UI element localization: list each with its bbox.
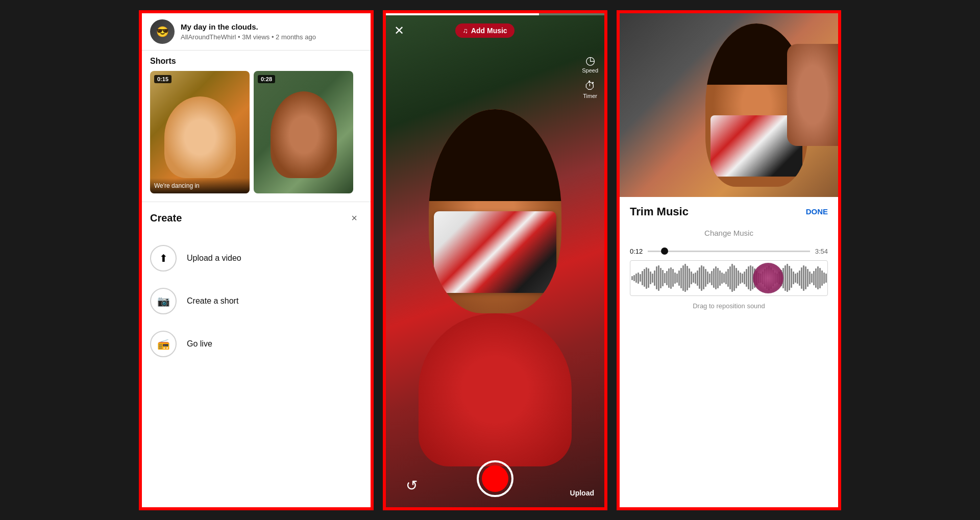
create-short-item[interactable]: 📷 Create a short <box>150 280 362 323</box>
waveform-bar <box>795 274 796 283</box>
waveform-bar <box>676 274 678 283</box>
waveform-bar <box>656 266 657 289</box>
flip-camera-button[interactable]: ↺ <box>400 475 423 497</box>
speed-control[interactable]: ◷ Speed <box>582 54 598 73</box>
gap-2 <box>610 0 617 520</box>
waveform-bar <box>793 271 794 284</box>
waveform-bar <box>721 273 723 284</box>
waveform-bar <box>748 266 749 289</box>
time-row: 0:12 3:54 <box>630 247 828 255</box>
waveform-bar <box>785 265 786 291</box>
waveform-bar <box>750 265 751 291</box>
waveform-bars <box>630 261 827 295</box>
waveform-bar <box>695 273 696 284</box>
avatar-image: 😎 <box>150 19 175 44</box>
live-icon: 📻 <box>150 331 177 357</box>
waveform-bar <box>693 274 694 283</box>
thumb-label-1: We're dancing in <box>150 178 250 193</box>
waveform-bar <box>648 268 649 288</box>
waveform-bar <box>813 271 815 285</box>
waveform-bar <box>658 265 659 291</box>
timer-control[interactable]: ⏱ Timer <box>582 80 598 99</box>
waveform-bar <box>819 268 821 288</box>
right-panel-content: Trim Music DONE Change Music 0:12 3:54 <box>620 13 838 507</box>
time-end: 3:54 <box>815 247 828 255</box>
waveform-bar <box>742 274 743 283</box>
drag-reposition-label: Drag to reposition sound <box>630 302 828 310</box>
create-header: Create × <box>150 210 362 227</box>
waveform-bar <box>807 269 808 287</box>
waveform-bar <box>660 268 662 288</box>
waveform-bar <box>746 269 747 287</box>
video-meta: AllAroundTheWhirl • 3M views • 2 months … <box>181 33 316 41</box>
shorts-title: Shorts <box>150 57 362 66</box>
video-info: My day in the clouds. AllAroundTheWhirl … <box>181 22 316 41</box>
music-note-icon: ♫ <box>462 27 468 35</box>
recording-progress-bar <box>386 13 604 15</box>
upload-video-label: Upload a video <box>187 254 241 263</box>
short-thumb-1[interactable]: 0:15 We're dancing in <box>150 71 250 193</box>
waveform-bar <box>699 267 700 289</box>
thumb-duration-1: 0:15 <box>154 75 172 83</box>
waveform-bar <box>640 274 641 282</box>
waveform-bar <box>650 271 651 284</box>
waveform-bar <box>787 264 788 292</box>
face-mask <box>434 211 556 293</box>
waveform-bar <box>821 270 823 286</box>
waveform-bar <box>684 264 686 292</box>
change-music-button[interactable]: Change Music <box>630 229 828 237</box>
trim-video-bg <box>620 13 838 197</box>
upload-video-item[interactable]: ⬆ Upload a video <box>150 237 362 280</box>
record-button-inner <box>482 465 508 492</box>
upload-button[interactable]: Upload <box>570 489 594 497</box>
thumb-person-1 <box>164 96 236 178</box>
waveform[interactable] <box>630 260 828 296</box>
waveform-bar <box>664 273 666 283</box>
waveform-bar <box>638 273 639 284</box>
go-live-item[interactable]: 📻 Go live <box>150 323 362 365</box>
trim-video-preview <box>620 13 838 197</box>
speed-icon: ◷ <box>585 54 595 67</box>
person-head <box>429 109 561 313</box>
thumb-duration-2: 0:28 <box>258 75 275 83</box>
waveform-bar <box>744 271 745 284</box>
waveform-bar <box>811 274 813 283</box>
waveform-bar <box>823 273 825 284</box>
waveform-bar <box>652 274 653 283</box>
done-button[interactable]: DONE <box>806 207 828 216</box>
waveform-bar <box>689 268 690 288</box>
waveform-bar <box>717 268 719 288</box>
trim-music-title: Trim Music <box>630 205 689 218</box>
waveform-bar <box>809 271 811 284</box>
waveform-bar <box>791 268 792 288</box>
waveform-bar <box>670 267 672 289</box>
camera-top-bar: ✕ ♫ Add Music <box>386 13 604 44</box>
camera-bottom-controls: ↺ Upload <box>386 460 604 497</box>
bg-right <box>841 0 964 520</box>
waveform-bar <box>740 273 741 284</box>
waveform-bar <box>789 266 790 290</box>
waveform-bar <box>697 270 698 286</box>
waveform-bar <box>815 268 817 288</box>
waveform-bar <box>713 268 715 288</box>
waveform-bar <box>646 267 647 289</box>
trim-header: Trim Music DONE <box>630 205 828 218</box>
waveform-bar <box>801 267 802 289</box>
timer-icon: ⏱ <box>584 80 596 93</box>
waveform-bar <box>736 268 737 288</box>
record-button[interactable] <box>477 460 513 497</box>
camera-close-button[interactable]: ✕ <box>394 23 404 38</box>
waveform-bar <box>635 274 637 283</box>
center-panel: ✕ ♫ Add Music ◷ Speed ⏱ Timer <box>383 10 607 510</box>
time-slider[interactable] <box>648 251 810 252</box>
person-hair <box>429 109 561 201</box>
waveform-bar <box>805 266 806 289</box>
short-thumb-2[interactable]: 0:28 <box>254 71 353 193</box>
waveform-bar <box>642 271 643 285</box>
upload-icon: ⬆ <box>150 245 177 271</box>
close-create-button[interactable]: × <box>346 210 362 227</box>
waveform-bar <box>668 268 670 288</box>
waveform-bar <box>727 269 729 287</box>
trim-subject-hand <box>787 44 838 146</box>
add-music-button[interactable]: ♫ Add Music <box>455 23 514 38</box>
